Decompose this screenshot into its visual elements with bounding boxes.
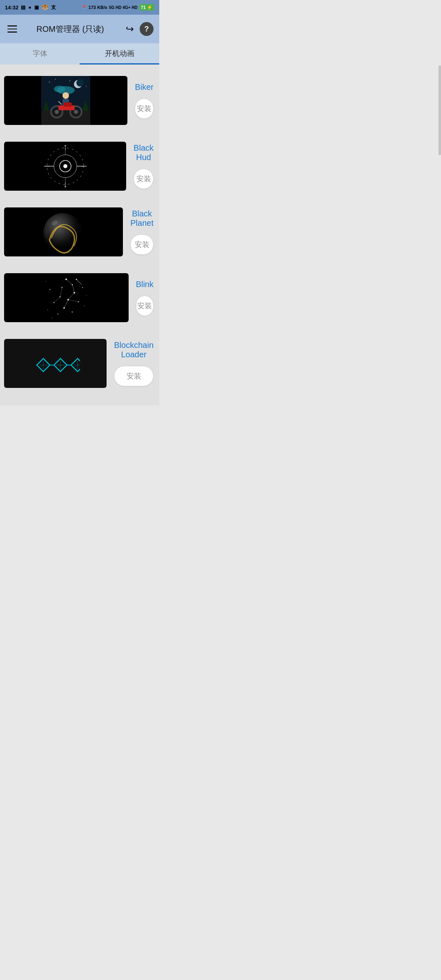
menu-line-3: [7, 31, 17, 33]
svg-point-54: [47, 310, 48, 310]
app-bar-actions: ↩ ?: [126, 22, 154, 36]
tab-boot-animation[interactable]: 开机动画: [80, 43, 159, 63]
svg-rect-40: [42, 273, 91, 322]
list-item: Biker 安装: [0, 69, 159, 133]
battery-indicator: 71 ⚡: [139, 4, 154, 11]
blackplanet-name: Black Planet: [130, 209, 154, 228]
lightning-icon: ⚡: [147, 4, 153, 10]
list-item: Black Hud 安装: [0, 134, 159, 198]
blink-art-svg: [42, 273, 91, 322]
blackhud-thumbnail: [4, 142, 126, 191]
svg-point-35: [65, 186, 66, 187]
blink-thumbnail: [4, 273, 129, 322]
battery-level: 71: [141, 5, 146, 10]
content-area: Biker 安装: [0, 65, 159, 405]
svg-point-17: [49, 82, 50, 82]
tabs-bar: 字体 开机动画: [0, 43, 159, 65]
status-time: 14:32: [5, 4, 18, 11]
svg-point-67: [51, 318, 52, 318]
biker-name: Biker: [135, 82, 154, 92]
svg-point-6: [62, 92, 69, 99]
status-right: 📍 173 KB/s 5G HD 4G+ HD 71 ⚡: [81, 4, 154, 11]
tab-fonts[interactable]: 字体: [0, 43, 80, 63]
biker-info: Biker 安装: [135, 82, 154, 119]
svg-point-66: [86, 295, 87, 296]
biker-art-svg: [41, 76, 90, 125]
svg-point-19: [69, 80, 70, 81]
svg-point-20: [86, 86, 87, 87]
blackhud-art-svg: [41, 142, 90, 191]
status-bar: 14:32 ▤ ● ▣ 🐯 支 📍 173 KB/s 5G HD 4G+ HD …: [0, 0, 159, 15]
biker-install-button[interactable]: 安装: [135, 98, 154, 119]
blockchain-name: Blockchain Loader: [114, 341, 154, 359]
undo-button[interactable]: ↩: [126, 23, 134, 35]
blackhud-name: Black Hud: [134, 143, 154, 162]
svg-point-9: [55, 110, 59, 114]
blink-name: Blink: [136, 280, 154, 289]
menu-line-1: [7, 25, 17, 27]
svg-point-25: [63, 164, 67, 168]
list-item: Blink 安装: [0, 266, 159, 330]
svg-point-2: [76, 79, 84, 87]
svg-point-51: [82, 287, 83, 288]
blackhud-install-button[interactable]: 安装: [134, 169, 154, 189]
blink-install-button[interactable]: 安装: [136, 296, 154, 316]
location-icon: 📍: [81, 5, 87, 10]
menu-button[interactable]: [6, 24, 19, 34]
svg-point-4: [54, 86, 65, 92]
blockchain-thumbnail: [4, 339, 107, 388]
svg-point-64: [76, 279, 77, 280]
svg-point-34: [65, 145, 66, 147]
status-left: 14:32 ▤ ● ▣ 🐯 支: [5, 4, 57, 11]
blockchain-art-svg: [31, 339, 80, 388]
svg-point-50: [49, 289, 51, 290]
blockchain-install-button[interactable]: 安装: [114, 366, 154, 386]
blackplanet-info: Black Planet 安装: [130, 209, 154, 255]
svg-point-53: [72, 312, 73, 313]
list-item: Black Planet 安装: [0, 200, 159, 264]
network-type: 5G HD 4G+ HD: [109, 5, 138, 10]
network-speed: 173 KB/s: [89, 5, 107, 10]
blockchain-info: Blockchain Loader 安装: [114, 341, 154, 386]
svg-point-65: [45, 281, 46, 282]
svg-rect-13: [64, 102, 72, 107]
help-circle-icon: ?: [140, 22, 154, 36]
svg-point-11: [74, 110, 78, 114]
list-item: Blockchain Loader 安装: [0, 332, 159, 396]
blink-info: Blink 安装: [136, 280, 154, 316]
undo-icon: ↩: [126, 23, 134, 35]
blackplanet-art-svg: [39, 207, 88, 256]
help-button[interactable]: ?: [140, 22, 154, 36]
app-bar: ROM管理器 (只读) ↩ ?: [0, 15, 159, 43]
svg-point-52: [58, 314, 59, 315]
status-icons: ▤ ● ▣ 🐯 支: [21, 4, 57, 11]
svg-rect-5: [41, 111, 90, 125]
svg-point-38: [43, 213, 82, 252]
blackplanet-thumbnail: [4, 207, 123, 256]
blackhud-info: Black Hud 安装: [134, 143, 154, 189]
blackplanet-install-button[interactable]: 安装: [130, 234, 154, 255]
app-bar-title: ROM管理器 (只读): [20, 24, 121, 35]
svg-point-55: [84, 305, 85, 306]
svg-point-18: [55, 79, 56, 80]
menu-line-2: [7, 29, 17, 30]
biker-thumbnail: [4, 76, 127, 125]
